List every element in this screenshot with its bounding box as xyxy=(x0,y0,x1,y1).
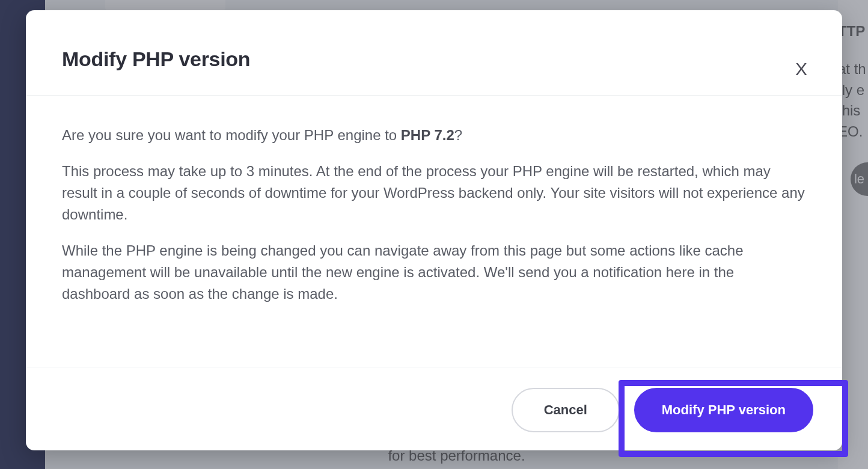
confirm-question: Are you sure you want to modify your PHP… xyxy=(62,124,806,146)
confirm-suffix: ? xyxy=(454,127,462,143)
modify-php-modal: Modify PHP version X Are you sure you wa… xyxy=(26,10,842,450)
cancel-button[interactable]: Cancel xyxy=(512,388,620,432)
confirm-prefix: Are you sure you want to modify your PHP… xyxy=(62,127,401,143)
confirm-modify-button[interactable]: Modify PHP version xyxy=(634,388,813,432)
info-paragraph-downtime: This process may take up to 3 minutes. A… xyxy=(62,161,806,225)
modal-footer: Cancel Modify PHP version xyxy=(26,367,842,450)
close-button[interactable]: X xyxy=(789,57,813,81)
modal-title: Modify PHP version xyxy=(62,48,250,71)
info-paragraph-navigation: While the PHP engine is being changed yo… xyxy=(62,240,806,305)
modal-body: Are you sure you want to modify your PHP… xyxy=(26,96,842,367)
modal-header: Modify PHP version X xyxy=(26,10,842,96)
php-version-value: PHP 7.2 xyxy=(401,127,454,143)
close-icon: X xyxy=(795,60,807,78)
